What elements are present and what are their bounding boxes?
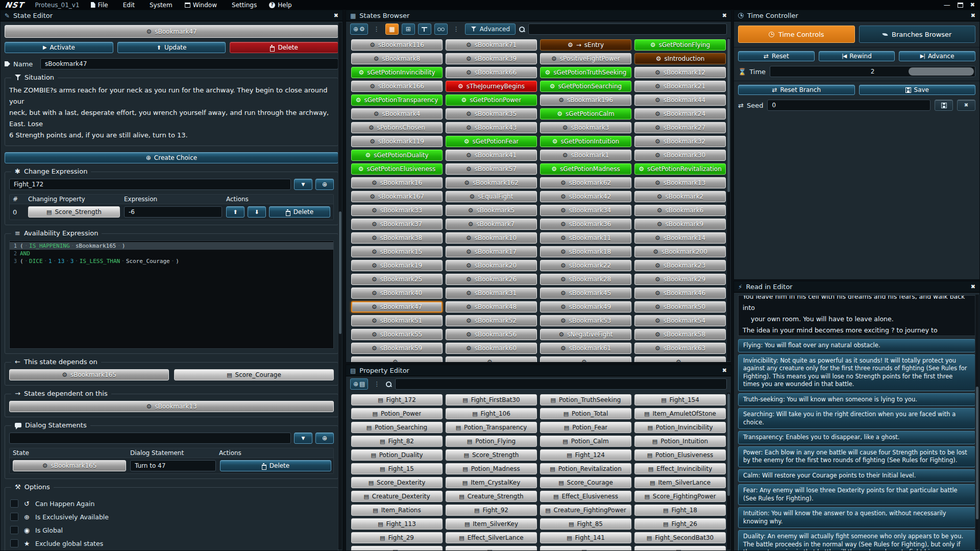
changing-property-button[interactable]: Score_Strength [28,206,120,218]
checkbox[interactable] [10,526,18,534]
minimize-icon[interactable] [944,2,950,8]
state-button[interactable]: sBookmark42 [540,191,631,202]
dependency-state-button[interactable]: sBookmark165 [9,369,169,380]
property-button[interactable]: Effect_SilverLance [446,532,537,543]
state-button[interactable]: sBookmark36 [540,219,631,230]
potion-description[interactable]: Calm: Will restore your Courage points t… [738,469,975,483]
state-button[interactable]: sBookmark23 [634,260,726,271]
state-button[interactable]: sBookmark60 [446,343,537,354]
state-button[interactable]: sBookmark57 [446,163,537,175]
state-button[interactable]: sBookmark33 [351,205,443,216]
state-button[interactable]: sBookmark54 [634,315,726,326]
state-button[interactable]: sBookmark51 [351,315,443,326]
potion-description[interactable]: Intuition: You will know the answer to a… [738,507,975,528]
save-button[interactable]: Save [859,85,976,95]
seed-input[interactable] [767,100,930,111]
state-button[interactable]: sBookmark41 [446,150,537,161]
hierarchy-view-button[interactable] [418,23,431,35]
state-button[interactable]: sPotionsChosen [351,122,443,133]
state-button[interactable]: sGetPotionFlying [634,39,726,51]
state-button[interactable]: sBookmark25 [351,274,443,285]
close-icon[interactable] [334,13,338,18]
property-button[interactable]: Fight_15 [351,463,443,474]
move-up-button[interactable] [226,206,244,218]
close-icon[interactable] [971,284,975,290]
checkbox[interactable] [10,539,18,547]
states-search-input[interactable] [528,23,727,35]
potion-description[interactable]: Truth-seeking: You will know when someon… [738,393,975,406]
property-button[interactable]: Potion_Searching [351,422,443,433]
state-button[interactable] [446,356,537,363]
property-button[interactable] [540,546,631,551]
state-button[interactable]: sGetPotionMadness [540,163,631,175]
state-button[interactable]: sBookmark4 [351,108,443,119]
property-button[interactable]: Creature_FightingPower [540,505,631,516]
state-button[interactable]: sBookmark61 [540,343,631,354]
state-button[interactable]: sGetPotionTransparency [351,94,443,106]
property-button[interactable] [446,546,537,551]
state-button[interactable]: sBookmark45 [540,288,631,299]
state-button[interactable]: sBookmark17 [446,246,537,257]
property-button[interactable]: Fight_SecondBat30 [634,532,726,543]
state-button[interactable] [540,356,631,363]
state-button[interactable]: sBookmark196 [540,94,631,106]
property-button[interactable]: Fight_29 [351,532,443,543]
state-button[interactable]: sBookmark56 [446,329,537,340]
state-button[interactable]: sBookmark30 [634,150,726,161]
state-button[interactable]: sBookmark32 [634,136,726,147]
more-options-button[interactable] [371,23,382,35]
grid-view-button[interactable] [385,23,399,35]
state-button[interactable]: sGetPotionDuality [351,150,443,161]
update-button[interactable]: Update [117,42,226,53]
property-button[interactable]: Fight_124 [540,449,631,461]
dependency-property-button[interactable]: Score_Courage [174,369,334,380]
save-seed-button[interactable] [935,100,953,111]
potion-description[interactable]: Invincibility: Not quite as powerful as … [738,354,975,391]
state-button[interactable]: sBookmark116 [351,39,443,51]
state-button[interactable]: sBookmark58 [634,329,726,340]
tab-branches-browser[interactable]: Branches Browser [859,26,976,43]
state-button[interactable]: sPositiveFightPower [540,53,631,64]
dependent-state-button[interactable]: sBookmark13 [9,401,334,412]
property-button[interactable]: Item_Rations [351,505,443,516]
find-button[interactable] [434,23,448,35]
property-button[interactable]: Potion_Flying [446,436,537,447]
state-button[interactable] [351,356,443,363]
potion-description[interactable]: Transparency: Enables you to disappear, … [738,431,975,444]
rewind-button[interactable]: Rewind [819,51,895,61]
add-change-row-button[interactable] [315,179,334,190]
window-close-icon[interactable] [970,2,975,8]
property-button[interactable]: Potion_Invincibility [634,422,726,433]
property-button[interactable]: Fight_113 [351,518,443,530]
read-editor-scrollbar[interactable] [975,295,979,549]
menu-item[interactable]: System [147,2,173,9]
property-button[interactable]: Potion_Elusiveness [634,449,726,461]
state-button[interactable]: sBookmark5 [446,205,537,216]
close-icon[interactable] [722,368,727,373]
state-button[interactable]: sEqualFight [446,191,537,202]
state-button[interactable]: sBookmark34 [540,205,631,216]
property-button[interactable]: Score_Courage [540,477,631,488]
property-button[interactable]: Fight_141 [540,532,631,543]
property-button[interactable]: Fight_26 [634,518,726,530]
state-button[interactable]: sBookmark40 [351,288,443,299]
state-button[interactable]: sBookmark2 [634,191,726,202]
state-button[interactable]: sBookmark16 [351,177,443,188]
state-button[interactable]: sTheJourneyBegins [446,81,537,92]
potion-description[interactable]: Power: Each blow in any one battle will … [738,446,975,467]
state-button[interactable]: sBookmark19 [351,260,443,271]
state-button[interactable]: sBookmark9 [634,219,726,230]
property-button[interactable]: Potion_Fear [540,422,631,433]
property-button[interactable]: Potion_Intuition [634,436,726,447]
state-button[interactable]: sBookmark37 [351,219,443,230]
selector-dropdown-button[interactable] [294,179,312,190]
state-button[interactable]: sBookmark119 [351,136,443,147]
property-button[interactable]: Potion_Transparency [446,422,537,433]
property-button[interactable]: Potion_Total [540,408,631,419]
state-button[interactable]: sBookmark50 [634,301,726,313]
property-button[interactable]: Score_Strength [446,449,537,461]
property-button[interactable]: Creature_Dexterity [351,491,443,502]
state-button[interactable]: sBookmark59 [351,343,443,354]
state-button[interactable]: sEntry [540,39,631,51]
property-button[interactable]: Potion_Madness [446,463,537,474]
